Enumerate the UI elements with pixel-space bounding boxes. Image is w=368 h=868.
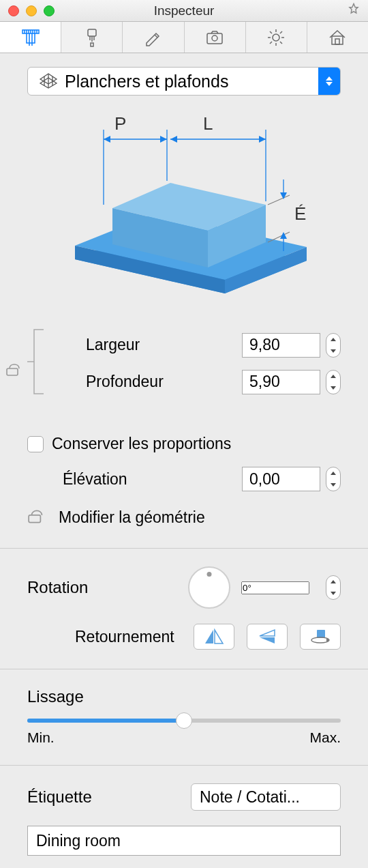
window-title: Inspecteur xyxy=(154,3,215,18)
svg-marker-48 xyxy=(280,192,287,199)
largeur-label: Largeur xyxy=(86,336,242,354)
elevation-input[interactable] xyxy=(242,467,320,491)
svg-text:É: É xyxy=(294,203,306,224)
svg-line-20 xyxy=(270,42,272,44)
svg-rect-52 xyxy=(7,368,18,375)
svg-marker-38 xyxy=(160,136,167,143)
svg-rect-9 xyxy=(91,43,93,46)
minimize-window-button[interactable] xyxy=(26,5,37,16)
tab-paint[interactable] xyxy=(61,22,123,53)
svg-rect-23 xyxy=(335,39,339,44)
svg-rect-58 xyxy=(317,630,325,638)
titlebar: Inspecteur xyxy=(0,0,368,22)
svg-marker-57 xyxy=(260,637,275,643)
flip-label: Retournement xyxy=(75,628,174,646)
svg-line-19 xyxy=(280,42,282,44)
svg-marker-43 xyxy=(259,136,266,143)
svg-text:P: P xyxy=(114,113,126,134)
largeur-stepper[interactable] xyxy=(326,333,341,358)
inspector-tabs xyxy=(0,22,368,53)
divider xyxy=(0,765,368,766)
svg-marker-37 xyxy=(104,136,110,143)
modify-geometry-label: Modifier la géométrie xyxy=(59,508,205,527)
svg-marker-50 xyxy=(280,232,287,239)
lock-open-icon[interactable] xyxy=(5,362,23,377)
etiquette-type-label: Note / Cotati... xyxy=(191,788,320,807)
profondeur-stepper[interactable] xyxy=(326,370,341,394)
elevation-label: Élévation xyxy=(63,470,242,489)
tab-geometry[interactable] xyxy=(0,22,61,53)
svg-marker-56 xyxy=(260,630,275,636)
divider xyxy=(0,548,368,549)
dimension-diagram: P L É xyxy=(27,109,341,297)
tab-edit[interactable] xyxy=(123,22,184,53)
divider xyxy=(0,669,368,669)
pin-icon[interactable] xyxy=(348,3,360,18)
proportions-checkbox[interactable] xyxy=(27,436,44,452)
smoothing-slider[interactable] xyxy=(27,719,341,723)
svg-line-18 xyxy=(270,31,272,33)
tab-light[interactable] xyxy=(246,22,307,53)
zoom-window-button[interactable] xyxy=(44,5,55,16)
smoothing-min-label: Min. xyxy=(27,729,55,746)
tab-camera[interactable] xyxy=(185,22,246,53)
flip-horizontal-button[interactable] xyxy=(194,624,234,650)
svg-text:L: L xyxy=(203,113,213,134)
close-window-button[interactable] xyxy=(8,5,19,16)
svg-rect-8 xyxy=(88,29,96,36)
svg-marker-55 xyxy=(215,630,223,643)
svg-marker-42 xyxy=(170,136,177,143)
smoothing-max-label: Max. xyxy=(309,729,341,746)
etiquette-title: Étiquette xyxy=(27,787,181,807)
profondeur-label: Profondeur xyxy=(86,373,242,391)
svg-line-21 xyxy=(280,31,282,33)
category-selector[interactable]: Planchers et plafonds xyxy=(27,67,341,96)
floor-icon xyxy=(37,71,59,92)
etiquette-input[interactable] xyxy=(27,826,341,856)
proportions-label: Conserver les proportions xyxy=(52,435,231,453)
svg-marker-54 xyxy=(205,630,213,643)
profondeur-input[interactable] xyxy=(242,370,320,394)
smoothing-title: Lissage xyxy=(27,687,341,706)
link-bracket xyxy=(27,324,52,403)
etiquette-type-select[interactable]: Note / Cotati... xyxy=(191,783,341,811)
svg-point-12 xyxy=(212,35,217,41)
svg-line-45 xyxy=(268,195,290,205)
flip-vertical-button[interactable] xyxy=(247,624,288,650)
svg-line-10 xyxy=(155,35,157,38)
elevation-stepper[interactable] xyxy=(326,467,341,491)
rotation-knob[interactable] xyxy=(188,566,230,609)
svg-rect-53 xyxy=(29,515,40,523)
rotation-title: Rotation xyxy=(27,578,88,597)
svg-rect-22 xyxy=(332,36,343,44)
dropdown-arrow-icon xyxy=(318,68,340,95)
rotation-input[interactable] xyxy=(241,581,309,594)
lock-open-icon[interactable] xyxy=(27,506,46,529)
largeur-input[interactable] xyxy=(242,333,320,358)
tab-house[interactable] xyxy=(307,22,368,53)
rotate-3d-button[interactable] xyxy=(300,624,341,650)
rotation-stepper[interactable] xyxy=(326,575,341,600)
svg-point-13 xyxy=(273,34,279,41)
category-label: Planchers et plafonds xyxy=(65,72,318,91)
